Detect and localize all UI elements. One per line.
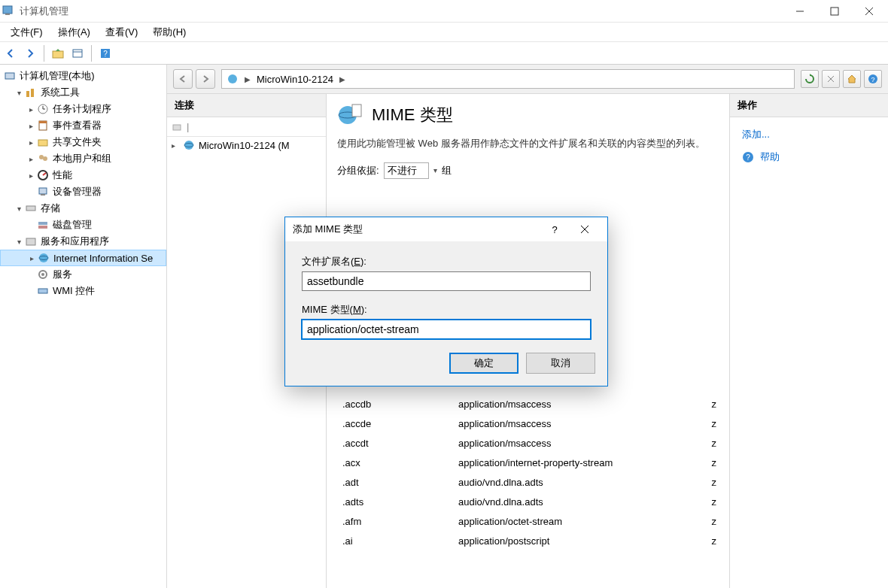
svg-rect-35 — [38, 289, 47, 293]
server-icon — [227, 73, 239, 85]
groupby-select[interactable] — [384, 162, 429, 179]
app-icon — [2, 5, 15, 18]
svg-point-31 — [39, 253, 48, 262]
svg-marker-40 — [848, 75, 856, 83]
minimize-button[interactable] — [783, 0, 817, 23]
address-bar[interactable]: ▶ MicroWin10-2124 ▶ — [221, 69, 795, 89]
svg-rect-43 — [173, 125, 181, 130]
menu-help[interactable]: 帮助(H) — [145, 23, 193, 42]
svg-rect-26 — [41, 194, 45, 195]
maximize-button[interactable] — [817, 0, 852, 23]
svg-rect-28 — [38, 222, 47, 225]
svg-point-44 — [184, 141, 193, 150]
tree-storage[interactable]: ▾存储 — [0, 200, 166, 217]
svg-rect-19 — [39, 121, 47, 123]
tree-local-users[interactable]: ▸本地用户和组 — [0, 150, 166, 167]
svg-point-34 — [41, 273, 44, 276]
back-icon[interactable] — [2, 44, 20, 62]
mmc-tree: 计算机管理(本地) ▾ 系统工具 ▸任务计划程序 ▸事件查看器 ▸共享文件夹 ▸… — [0, 65, 167, 588]
conn-server-node[interactable]: ▸ MicroWin10-2124 (M — [167, 137, 326, 153]
dialog-help-button[interactable]: ? — [540, 218, 570, 241]
action-help[interactable]: ? 帮助 — [739, 146, 879, 168]
menubar: 文件(F) 操作(A) 查看(V) 帮助(H) — [0, 23, 888, 42]
mime-row[interactable]: .accdeapplication/msaccessz — [338, 414, 718, 434]
tree-root[interactable]: 计算机管理(本地) — [0, 68, 166, 84]
tree-iis[interactable]: ▸Internet Information Se — [0, 250, 166, 266]
address-bar-area: ▶ MicroWin10-2124 ▶ ? — [167, 65, 888, 94]
tree-wmi[interactable]: WMI 控件 — [0, 283, 166, 299]
tree-services-apps[interactable]: ▾服务和应用程序 — [0, 233, 166, 250]
svg-rect-1 — [5, 14, 10, 15]
mime-input[interactable] — [302, 320, 591, 339]
toolbar: ? — [0, 42, 888, 65]
svg-text:?: ? — [746, 153, 750, 162]
mime-label: MIME 类型(M): — [302, 303, 591, 317]
dialog-title: 添加 MIME 类型 — [293, 223, 540, 236]
tree-system-tools[interactable]: ▾ 系统工具 — [0, 84, 166, 101]
svg-rect-12 — [5, 73, 14, 79]
menu-file[interactable]: 文件(F) — [3, 23, 50, 42]
nav-forward-button[interactable] — [196, 69, 215, 89]
mime-description: 使用此功能管理被 Web 服务器用作静态文件的文件扩展名和关联的内容类型的列表。 — [337, 136, 719, 152]
help-icon[interactable]: ? — [96, 44, 114, 62]
menu-action[interactable]: 操作(A) — [50, 23, 98, 42]
stop-button[interactable] — [822, 70, 840, 88]
action-add[interactable]: 添加... — [739, 123, 879, 146]
mime-title: MIME 类型 — [372, 104, 453, 126]
mime-row[interactable]: .afmapplication/octet-streamz — [338, 512, 718, 532]
tree-services-item[interactable]: 服务 — [0, 266, 166, 283]
nav-back-button[interactable] — [173, 69, 193, 89]
tree-device-manager[interactable]: 设备管理器 — [0, 183, 166, 200]
menu-view[interactable]: 查看(V) — [98, 23, 145, 42]
forward-icon[interactable] — [21, 44, 39, 62]
home-button[interactable] — [843, 70, 861, 88]
connect-icon[interactable] — [172, 122, 182, 132]
add-mime-dialog: 添加 MIME 类型 ? 文件扩展名(E): MIME 类型(M): 确定 取消 — [284, 217, 608, 386]
svg-rect-6 — [53, 51, 63, 58]
connections-header: 连接 — [167, 94, 326, 117]
mime-row[interactable]: .accdtapplication/msaccessz — [338, 434, 718, 453]
mime-row[interactable]: .adtaudio/vnd.dlna.adtsz — [338, 473, 718, 493]
mime-row[interactable]: .adtsaudio/vnd.dlna.adtsz — [338, 493, 718, 512]
ext-input[interactable] — [302, 271, 591, 291]
ok-button[interactable]: 确定 — [449, 353, 519, 374]
help-button2[interactable]: ? — [864, 70, 882, 88]
refresh-button[interactable] — [801, 70, 819, 88]
group-by-row: 分组依据: ▾ 组 — [337, 162, 719, 179]
chevron-icon: ▶ — [245, 75, 251, 83]
svg-line-24 — [43, 173, 46, 175]
window-title: 计算机管理 — [20, 5, 783, 18]
svg-rect-30 — [26, 238, 35, 245]
mime-row[interactable]: .acxapplication/internet-property-stream… — [338, 453, 718, 473]
svg-rect-29 — [38, 226, 47, 229]
tree-disk-mgmt[interactable]: 磁盘管理 — [0, 217, 166, 233]
mime-list[interactable]: .accdbapplication/msaccessz.accdeapplica… — [337, 394, 719, 552]
svg-rect-48 — [352, 105, 361, 117]
tree-shared-folders[interactable]: ▸共享文件夹 — [0, 134, 166, 150]
tree-event-viewer[interactable]: ▸事件查看器 — [0, 117, 166, 134]
properties-icon[interactable] — [68, 44, 87, 62]
address-host: MicroWin10-2124 — [257, 74, 333, 85]
help-icon: ? — [742, 151, 754, 163]
tree-performance[interactable]: ▸性能 — [0, 167, 166, 183]
svg-text:?: ? — [871, 76, 874, 83]
up-folder-icon[interactable] — [49, 44, 67, 62]
svg-text:?: ? — [103, 50, 108, 58]
mime-big-icon — [337, 102, 364, 129]
close-button[interactable] — [852, 0, 886, 23]
mime-row[interactable]: .accdbapplication/msaccessz — [338, 395, 718, 414]
actions-header: 操作 — [730, 94, 888, 117]
svg-rect-27 — [26, 206, 35, 211]
svg-rect-3 — [831, 8, 838, 15]
cancel-button[interactable]: 取消 — [526, 353, 595, 374]
svg-rect-0 — [3, 6, 12, 14]
dialog-close-button[interactable] — [570, 218, 600, 241]
groupby-label: 分组依据: — [337, 164, 379, 177]
chevron-icon: ▶ — [339, 75, 345, 83]
svg-rect-25 — [39, 188, 47, 194]
mime-row[interactable]: .aiapplication/postscriptz — [338, 532, 718, 551]
svg-rect-20 — [38, 140, 47, 146]
svg-marker-7 — [56, 49, 60, 51]
svg-rect-13 — [26, 91, 29, 97]
tree-task-scheduler[interactable]: ▸任务计划程序 — [0, 101, 166, 117]
